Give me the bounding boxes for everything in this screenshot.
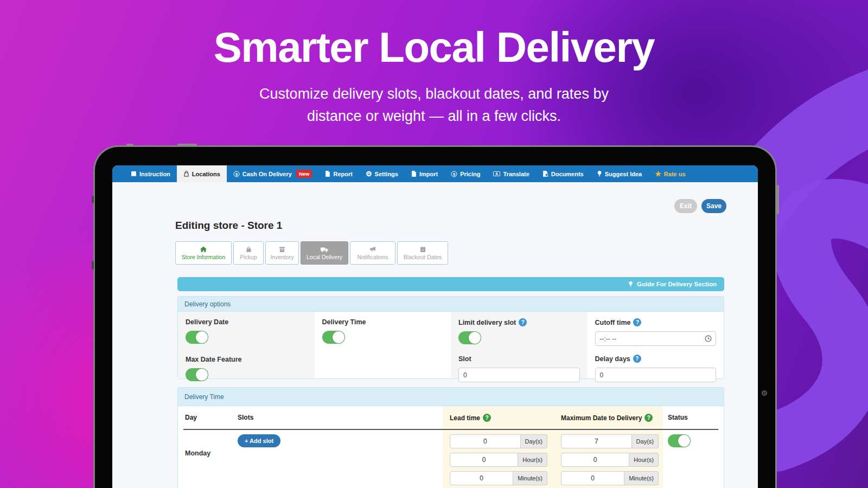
svg-text:$: $: [453, 171, 456, 176]
star-icon: ★: [655, 170, 661, 177]
delivery-time-toggle[interactable]: [322, 331, 345, 344]
cutoff-time-label: Cutoff time ?: [595, 318, 717, 326]
nav-item-settings[interactable]: ⚙ Settings: [359, 165, 405, 182]
delay-days-input[interactable]: [595, 368, 717, 382]
unit-addon: Minute(s): [624, 471, 659, 485]
tab-pickup[interactable]: Pickup: [233, 241, 264, 265]
nav-item-documents[interactable]: Documents: [536, 165, 590, 182]
toggle-knob: [333, 331, 344, 343]
bag-icon: [245, 246, 252, 253]
max-date-feature-toggle[interactable]: [186, 368, 208, 381]
delivery-time-header: Delivery Time: [178, 388, 724, 406]
max-date-days-group: Day(s): [561, 434, 659, 448]
column-header-max-date: Maximum Date to Delivery ?: [561, 414, 653, 422]
svg-text:A: A: [496, 172, 499, 176]
calendar-x-icon: ×: [419, 246, 426, 253]
help-icon[interactable]: ?: [633, 318, 641, 326]
help-icon[interactable]: ?: [519, 318, 527, 326]
tab-label: Pickup: [240, 254, 257, 260]
cutoff-time-input[interactable]: [595, 331, 717, 346]
nav-item-suggest-idea[interactable]: Suggest Idea: [590, 165, 648, 182]
delivery-options-header: Delivery options: [178, 297, 724, 312]
lead-time-days-input[interactable]: [450, 434, 521, 448]
archive-box-icon: [278, 246, 286, 253]
tab-notifications[interactable]: Notifications: [350, 241, 395, 265]
cutoff-time-text: Cutoff time: [595, 319, 631, 326]
max-date-days-input[interactable]: [561, 434, 632, 448]
column-header-day: Day: [185, 414, 197, 421]
tab-label: Inventory: [270, 254, 293, 260]
document-search-icon: [542, 171, 548, 177]
lightbulb-icon: [597, 171, 602, 177]
monday-status-toggle[interactable]: [668, 434, 691, 447]
unit-addon: Minute(s): [513, 471, 547, 485]
nav-item-instruction[interactable]: Instruction: [124, 165, 177, 182]
max-date-feature-label: Max Date Feature: [186, 356, 307, 363]
lead-time-minutes-input[interactable]: [450, 471, 513, 485]
svg-text:×: ×: [422, 248, 424, 252]
hero-section: Smarter Local Delivery Customize deliver…: [0, 23, 868, 127]
unit-addon: Hour(s): [518, 453, 547, 467]
max-date-text: Maximum Date to Delivery: [561, 414, 642, 422]
limit-delivery-slot-toggle[interactable]: [458, 331, 481, 344]
table-header-divider: [183, 429, 718, 430]
tablet-frame: Instruction Locations $ Cash On Delivery…: [93, 145, 777, 488]
delivery-date-toggle[interactable]: [186, 331, 208, 344]
tab-local-delivery[interactable]: Local Delivery: [301, 241, 348, 265]
nav-label: Instruction: [139, 171, 170, 177]
delivery-time-table: Day Slots Lead time ? Maximum Date to De…: [178, 406, 724, 488]
dollar-circle-icon: $: [233, 171, 240, 177]
nav-item-locations[interactable]: Locations: [177, 165, 227, 182]
nav-item-translate[interactable]: A Translate: [487, 165, 535, 182]
nav-label: Suggest Idea: [605, 171, 642, 177]
unit-addon: Day(s): [521, 434, 547, 448]
nav-label: Translate: [503, 171, 529, 177]
slot-input[interactable]: [458, 368, 580, 382]
tab-label: Local Delivery: [307, 254, 342, 260]
hero-title: Smarter Local Delivery: [0, 23, 868, 72]
nav-item-cash-on-delivery[interactable]: $ Cash On Delivery New: [227, 165, 319, 182]
slot-label: Slot: [458, 355, 580, 363]
tablet-camera: [762, 390, 767, 396]
tab-store-information[interactable]: Store Information: [175, 241, 232, 265]
nav-label: Rate us: [664, 171, 686, 177]
column-header-slots: Slots: [238, 414, 253, 421]
help-icon[interactable]: ?: [633, 355, 641, 363]
max-date-hours-input[interactable]: [561, 453, 629, 467]
page-title: Editing store - Store 1: [175, 220, 282, 232]
tab-blackout-dates[interactable]: × Blackout Dates: [397, 241, 448, 265]
nav-label: Settings: [375, 171, 398, 177]
add-slot-button[interactable]: + Add slot: [238, 434, 280, 447]
guide-for-delivery-banner[interactable]: Guide For Delivery Section: [177, 277, 724, 291]
help-icon[interactable]: ?: [483, 414, 491, 422]
svg-text:$: $: [235, 171, 238, 176]
tablet-volume-button-2: [92, 261, 94, 269]
delivery-date-label: Delivery Date: [186, 318, 307, 326]
column-header-lead-time: Lead time ?: [450, 414, 491, 422]
shop-icon: [183, 171, 189, 177]
lead-time-minutes-group: Minute(s): [450, 471, 547, 485]
lead-time-text: Lead time: [450, 414, 480, 422]
cutoff-time-field: [595, 331, 717, 346]
app-navbar: Instruction Locations $ Cash On Delivery…: [112, 165, 758, 182]
gear-icon: ⚙: [366, 170, 372, 177]
home-icon: [200, 246, 207, 253]
toggle-knob: [196, 331, 208, 343]
toggle-knob: [196, 369, 208, 381]
new-badge: New: [296, 170, 312, 178]
max-date-minutes-input[interactable]: [561, 471, 624, 485]
nav-item-import[interactable]: Import: [405, 165, 444, 182]
help-icon[interactable]: ?: [644, 414, 653, 422]
nav-item-pricing[interactable]: $ Pricing: [444, 165, 487, 182]
unit-addon: Day(s): [632, 434, 659, 448]
nav-item-report[interactable]: Report: [318, 165, 359, 182]
lead-time-hours-input[interactable]: [450, 453, 518, 467]
lead-time-days-group: Day(s): [450, 434, 547, 448]
exit-button[interactable]: Exit: [674, 199, 697, 213]
nav-item-rate-us[interactable]: ★ Rate us: [648, 165, 692, 182]
delivery-options-col-2: Delivery Time: [315, 312, 451, 378]
nav-label: Cash On Delivery: [242, 171, 292, 177]
tab-label: Notifications: [357, 254, 388, 260]
save-button[interactable]: Save: [701, 199, 726, 213]
tab-inventory[interactable]: Inventory: [265, 241, 299, 265]
